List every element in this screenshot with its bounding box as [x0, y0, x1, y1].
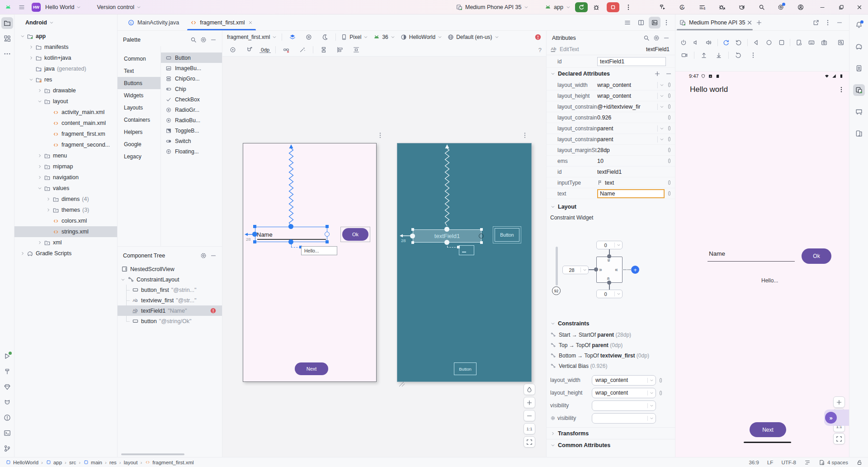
top-margin-selector[interactable]: 0 — [596, 241, 623, 249]
attribute-dropdown-icon[interactable] — [657, 125, 665, 132]
pan-tool-button[interactable] — [524, 384, 535, 395]
align-icon[interactable] — [334, 44, 346, 56]
palette-category-text[interactable]: Text — [118, 65, 160, 77]
caret-position[interactable]: 36:9 — [749, 460, 759, 465]
open-in-window-icon[interactable] — [810, 17, 822, 29]
attribute-row-layout-constrain-[interactable]: layout_constrain...parent — [547, 123, 675, 134]
project-tree-item-dimens[interactable]: dimens(4) — [14, 194, 117, 205]
problems-button[interactable] — [1, 412, 13, 424]
add-device-tab-icon[interactable] — [754, 17, 764, 29]
palette-item-button[interactable]: Button — [161, 52, 222, 63]
project-tree-item-navigation[interactable]: navigation — [14, 172, 117, 183]
terminal-button[interactable] — [1, 427, 13, 439]
project-tree-item-xml[interactable]: xml — [14, 237, 117, 248]
constraint-row[interactable]: Top → TopOf parent (0dp) — [547, 340, 675, 350]
volLow-button[interactable] — [692, 37, 700, 48]
project-tree-item-strings-xml[interactable]: strings.xml — [14, 226, 117, 237]
attribute-row-layout-height[interactable]: layout_heightwrap_content — [547, 91, 675, 101]
project-tree-item-mipmap[interactable]: mipmap — [14, 161, 117, 172]
lock-icon[interactable] — [856, 459, 863, 466]
id-input[interactable]: textField1 — [597, 57, 666, 66]
emulator-zoom-fit-button[interactable] — [833, 433, 845, 444]
device-for-preview-selector[interactable]: Pixel — [340, 33, 368, 41]
back-button[interactable] — [752, 37, 760, 48]
screenSearch-button[interactable] — [837, 37, 845, 48]
attribute-field-visibility[interactable]: visibility — [547, 399, 675, 412]
pick-resource-icon[interactable] — [666, 191, 672, 196]
resource-manager-button[interactable] — [1, 33, 13, 44]
attach-debugger-button[interactable] — [716, 1, 728, 13]
main-menu-icon[interactable] — [16, 2, 27, 13]
attribute-field-select[interactable] — [592, 400, 656, 411]
attribute-dropdown-icon[interactable] — [657, 136, 665, 143]
tab-mainactivity[interactable]: C MainActivity.java — [122, 14, 184, 30]
attribute-row-id[interactable]: idtextField1 — [547, 167, 675, 177]
close-device-tab-icon[interactable] — [745, 17, 754, 29]
kebab-button[interactable] — [748, 50, 759, 61]
gemini-chat-button[interactable] — [853, 106, 865, 118]
zoom-in-button[interactable] — [524, 397, 535, 408]
attributes-search-icon[interactable] — [642, 32, 651, 44]
rotL-button[interactable] — [722, 37, 731, 48]
pick-resource-icon[interactable] — [666, 125, 672, 131]
component-tree-item-constraintlayout[interactable]: ConstraintLayout — [118, 274, 222, 285]
version-control-button[interactable] — [1, 443, 13, 454]
debug-button[interactable] — [590, 1, 602, 13]
vertical-bias-slider[interactable] — [556, 247, 558, 286]
layout-file-selector[interactable]: fragment_first.xml — [227, 34, 277, 40]
pick-resource-icon[interactable] — [666, 82, 672, 88]
breadcrumb-item-fragment-first-xml[interactable]: fragment_first.xml — [145, 459, 193, 465]
breadcrumb-item-app[interactable]: app — [46, 459, 62, 465]
view-options-icon[interactable] — [227, 44, 239, 56]
window-maximize-button[interactable] — [835, 1, 847, 13]
project-tree-item-fragment-first-xm[interactable]: fragment_first.xm — [14, 129, 117, 139]
blueprint-hello-textview[interactable] — [459, 245, 474, 255]
breadcrumb-item-src[interactable]: src — [69, 460, 76, 465]
capture-analysis-button[interactable] — [736, 1, 748, 13]
autoconnect-icon[interactable] — [243, 44, 255, 56]
attribute-row-layout-constrain-[interactable]: layout_constrain...parent — [547, 134, 675, 145]
run-more-actions-icon[interactable] — [624, 1, 633, 13]
ok-button[interactable]: Ok — [342, 228, 368, 241]
zoom-out-button[interactable] — [524, 410, 535, 421]
attribute-row-layout-width[interactable]: layout_widthwrap_content — [547, 80, 675, 91]
component-tree-minimize-icon[interactable] — [208, 250, 218, 262]
project-tree-item-kotlin-java[interactable]: kotlin+java — [14, 52, 117, 63]
widget-bottom-anchor[interactable] — [607, 281, 611, 285]
breadcrumb-item-res[interactable]: res — [109, 460, 117, 465]
palette-category-buttons[interactable]: Buttons — [118, 77, 160, 89]
pick-resource-icon[interactable] — [666, 93, 672, 99]
gradle-button[interactable] — [853, 41, 865, 52]
stop-button[interactable] — [607, 2, 619, 12]
palette-item-chip[interactable]: Chip — [161, 84, 222, 94]
search-everywhere-button[interactable] — [756, 1, 768, 13]
blueprint-preview-phone[interactable]: textField1 28 Button — [397, 143, 532, 382]
project-button[interactable] — [1, 17, 13, 29]
device-manager-button[interactable] — [853, 62, 865, 74]
component-tree-item-nestedscrollview[interactable]: NestedScrollView — [118, 264, 222, 274]
up-button[interactable] — [698, 50, 709, 61]
code-view-button[interactable] — [622, 17, 633, 29]
widget-top-anchor[interactable] — [607, 254, 611, 258]
project-tree-item-values[interactable]: values — [14, 183, 117, 194]
indent-setting[interactable]: 4 spaces — [819, 459, 848, 466]
emulator-screen[interactable]: 9:47 A Hello world Name Ok Hello... Next — [675, 71, 849, 457]
layout-canvas[interactable]: Name 28 Ok — [222, 56, 546, 457]
pick-resource-icon[interactable] — [666, 114, 672, 120]
pick-resource-icon[interactable] — [666, 147, 672, 153]
rerun-app-button[interactable] — [575, 2, 588, 12]
component-tree-settings-icon[interactable] — [198, 250, 208, 262]
project-tree-item-app[interactable]: app — [14, 31, 117, 42]
end-constraint-anchor[interactable] — [325, 232, 330, 237]
video-button[interactable] — [679, 50, 690, 61]
next-button[interactable]: Next — [295, 362, 328, 375]
zoom-fit-button[interactable] — [524, 436, 535, 448]
component-tree-item-button_first[interactable]: button_first"@strin..." — [118, 285, 222, 295]
constraint-row[interactable]: Start → StartOf parent (28dp) — [547, 329, 675, 340]
attribute-row-layout-constrain-[interactable]: layout_constrain...0.926 — [547, 112, 675, 123]
attribute-field-layout_width[interactable]: layout_widthwrap_content — [547, 374, 675, 386]
attribute-row-layout-constrain-[interactable]: layout_constrain...@+id/textview_fir — [547, 101, 675, 112]
constraint-widget[interactable]: 92 0 28 0 « « » « — [547, 222, 675, 300]
attribute-field-visibility[interactable]: visibility — [547, 412, 675, 424]
default-margins-selector[interactable]: 0dp — [259, 47, 271, 53]
